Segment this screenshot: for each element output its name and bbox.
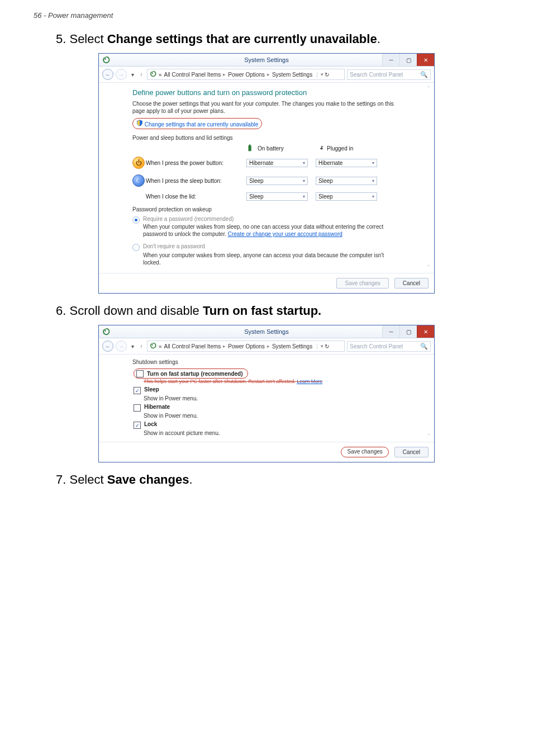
checkbox-hibernate[interactable] — [134, 404, 141, 412]
breadcrumb[interactable]: « All Control Panel Items ▸ Power Option… — [147, 69, 345, 80]
system-settings-window-1: System Settings ─ ▢ ✕ ← → ▾ ↑ « All Cont… — [98, 53, 435, 294]
search-placeholder: Search Control Panel — [350, 72, 403, 78]
row-label: When I press the power button: — [146, 160, 246, 166]
sleep-sub: Show in Power menu. — [144, 395, 401, 401]
step-7-bold: Save changes — [107, 472, 189, 486]
checkbox-turn-on-fast-startup[interactable] — [136, 370, 144, 377]
create-change-password-link[interactable]: Create or change your user account passw… — [228, 231, 342, 237]
search-input[interactable]: Search Control Panel 🔍 — [347, 69, 431, 80]
save-changes-button[interactable]: Save changes — [347, 448, 382, 455]
breadcrumb-item[interactable]: All Control Panel Items — [164, 343, 221, 349]
search-input[interactable]: Search Control Panel 🔍 — [347, 341, 431, 352]
svg-rect-1 — [152, 72, 153, 74]
turn-on-fast-startup-sub: This helps start your PC faster after sh… — [144, 379, 401, 384]
history-dropdown[interactable]: ▾ — [129, 71, 136, 78]
intro-text: Choose the power settings that you want … — [132, 100, 401, 115]
bottom-bar: Save changes Cancel — [99, 273, 434, 293]
radio-dont-require-text: When your computer wakes from sleep, any… — [143, 252, 401, 266]
forward-button[interactable]: → — [116, 69, 127, 80]
step-7-suffix: . — [189, 472, 192, 486]
lid-battery-select[interactable]: Sleep▾ — [246, 192, 308, 201]
checkbox-lock[interactable] — [134, 422, 141, 429]
search-icon: 🔍 — [420, 71, 428, 78]
chevron-down-icon: ▾ — [303, 160, 305, 166]
minimize-button[interactable]: ─ — [382, 54, 399, 66]
breadcrumb-prefix: « — [159, 72, 162, 78]
breadcrumb-item[interactable]: All Control Panel Items — [164, 72, 221, 78]
save-changes-button[interactable]: Save changes — [336, 278, 388, 289]
svg-rect-2 — [249, 145, 251, 152]
change-settings-link[interactable]: Change settings that are currently unava… — [145, 121, 258, 127]
step-5-bold: Change settings that are currently unava… — [107, 32, 377, 46]
power-button-plugged-select[interactable]: Hibernate▾ — [316, 159, 377, 167]
cancel-button[interactable]: Cancel — [394, 278, 429, 289]
back-button[interactable]: ← — [102, 69, 113, 80]
step-6-bold: Turn on fast startup. — [203, 304, 321, 318]
scroll-down-icon[interactable]: ˅ — [425, 433, 432, 440]
chevron-down-icon: ▾ — [372, 160, 374, 166]
turn-on-fast-startup-highlight: Turn on fast startup (recommended) — [134, 368, 248, 379]
power-options-icon — [102, 328, 110, 336]
learn-more-link[interactable]: Learn More — [297, 379, 322, 384]
cancel-button[interactable]: Cancel — [394, 447, 429, 457]
step-5: 5. Select Change settings that are curre… — [34, 32, 499, 46]
chevron-down-icon: ▾ — [303, 178, 305, 183]
checkbox-sleep[interactable] — [134, 387, 141, 394]
radio-dont-require-password: Don't require a password When your compu… — [132, 243, 401, 268]
radio-dont-require-label: Don't require a password — [143, 243, 401, 249]
titlebar: System Settings ─ ▢ ✕ — [99, 54, 434, 67]
lock-sub: Show in account picture menu. — [144, 430, 401, 436]
power-options-icon — [102, 56, 110, 64]
sleep-button-plugged-select[interactable]: Sleep▾ — [316, 177, 377, 185]
step-7: 7. Select Save changes. — [34, 472, 499, 487]
section-power-buttons: Power and sleep buttons and lid settings — [132, 135, 401, 141]
svg-rect-3 — [249, 144, 250, 145]
chevron-down-icon: ▾ — [372, 194, 374, 199]
forward-button[interactable]: → — [116, 341, 127, 352]
breadcrumb-item[interactable]: System Settings — [272, 72, 312, 78]
power-options-icon — [150, 342, 156, 350]
breadcrumb-item[interactable]: Power Options — [228, 343, 265, 349]
radio-require-password-label: Require a password (recommended) — [143, 216, 401, 222]
back-button[interactable]: ← — [102, 341, 113, 352]
history-dropdown[interactable]: ▾ — [129, 343, 136, 349]
breadcrumb[interactable]: « All Control Panel Items ▸ Power Option… — [147, 341, 345, 352]
sleep-button-battery-select[interactable]: Sleep▾ — [246, 177, 308, 185]
chevron-down-icon[interactable]: ▾ — [321, 72, 323, 77]
breadcrumb-item[interactable]: System Settings — [272, 343, 312, 349]
minimize-button[interactable]: ─ — [382, 325, 399, 338]
step-5-prefix: 5. Select — [56, 32, 107, 46]
page-header: 56 - Power management — [34, 11, 499, 20]
navbar: ← → ▾ ↑ « All Control Panel Items ▸ Powe… — [99, 67, 434, 83]
row-label: When I press the sleep button: — [146, 178, 246, 184]
step-5-suffix: . — [377, 32, 380, 46]
svg-rect-0 — [104, 57, 106, 60]
section-shutdown-settings: Shutdown settings — [132, 359, 401, 365]
battery-icon — [246, 144, 254, 152]
maximize-button[interactable]: ▢ — [399, 54, 417, 66]
breadcrumb-prefix: « — [159, 343, 162, 349]
refresh-icon[interactable]: ↻ — [325, 72, 329, 78]
close-button[interactable]: ✕ — [417, 325, 434, 338]
power-options-icon — [150, 70, 156, 78]
maximize-button[interactable]: ▢ — [399, 325, 417, 338]
bottom-bar: Save changes Cancel — [99, 442, 434, 462]
chevron-right-icon: ▸ — [223, 343, 226, 349]
svg-rect-6 — [104, 329, 106, 332]
breadcrumb-item[interactable]: Power Options — [228, 72, 265, 78]
chevron-down-icon: ▾ — [303, 194, 305, 199]
hibernate-label: Hibernate — [144, 404, 170, 410]
up-button[interactable]: ↑ — [138, 71, 145, 78]
turn-on-fast-startup-label: Turn on fast startup (recommended) — [147, 371, 243, 377]
scroll-up-icon[interactable]: ˄ — [425, 85, 432, 92]
chevron-down-icon[interactable]: ▾ — [321, 343, 323, 349]
change-settings-highlight: Change settings that are currently unava… — [132, 118, 262, 129]
scroll-down-icon[interactable]: ˅ — [425, 264, 432, 271]
search-icon: 🔍 — [420, 343, 428, 350]
refresh-icon[interactable]: ↻ — [325, 343, 329, 349]
power-button-battery-select[interactable]: Hibernate▾ — [246, 159, 308, 167]
sleep-button-icon: ☾ — [132, 174, 145, 187]
lid-plugged-select[interactable]: Sleep▾ — [316, 192, 377, 201]
up-button[interactable]: ↑ — [138, 343, 145, 349]
close-button[interactable]: ✕ — [417, 54, 434, 66]
